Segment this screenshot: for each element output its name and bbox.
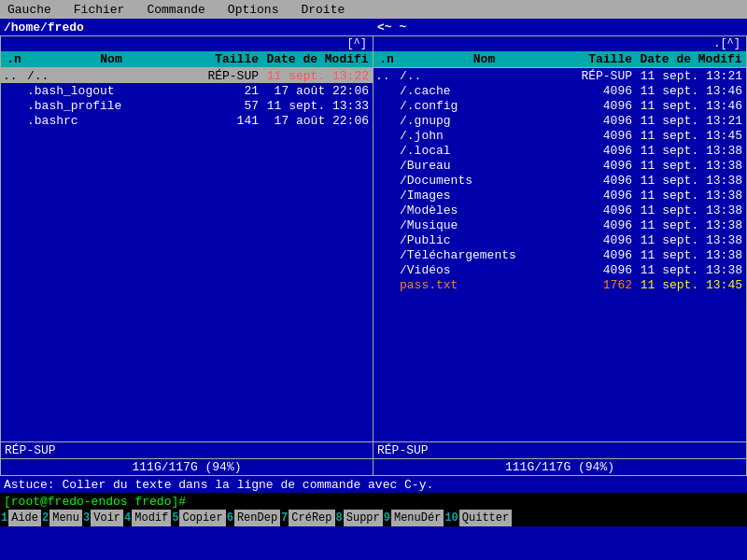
file-date: 11 sept. 13:38 (636, 248, 746, 262)
fkey-10[interactable]: 10 Quitter (444, 510, 512, 526)
right-path: <~ ~ (374, 19, 747, 35)
file-date: 11 sept. 13:22 (262, 69, 373, 83)
file-size: 4096 (569, 263, 636, 277)
right-file-row[interactable]: /Téléchargements 4096 11 sept. 13:38 (374, 247, 746, 262)
menu-commande[interactable]: Commande (143, 3, 208, 17)
right-file-row[interactable]: /Public 4096 11 sept. 13:38 (374, 232, 746, 247)
file-date: 11 sept. 13:45 (636, 129, 746, 143)
right-file-row[interactable]: /.gnupg 4096 11 sept. 13:21 (374, 113, 746, 128)
right-file-row[interactable]: /.local 4096 11 sept. 13:38 (374, 143, 746, 158)
file-size: 4096 (569, 248, 636, 262)
fkey-9[interactable]: 9 MenuDér (383, 510, 444, 526)
file-name: /.local (400, 144, 569, 158)
fkey-7[interactable]: 7 CréRep (280, 510, 334, 526)
file-name: /Téléchargements (400, 248, 569, 262)
right-file-row[interactable]: pass.txt 1762 11 sept. 13:45 (374, 277, 746, 292)
file-date: 11 sept. 13:38 (636, 159, 746, 173)
right-file-row[interactable]: /.cache 4096 11 sept. 13:46 (374, 83, 746, 98)
left-path-text: /home/fredo (4, 21, 84, 35)
right-disk-bar: 111G/117G (94%) (374, 458, 746, 475)
file-size: 57 (195, 99, 262, 113)
fkey-label: MenuDér (391, 510, 444, 526)
file-name: /Bureau (400, 159, 569, 173)
file-name: /Images (400, 189, 569, 203)
file-name: /.. (27, 69, 195, 83)
file-size: 4096 (569, 218, 636, 232)
file-date: 11 sept. 13:38 (636, 218, 746, 232)
fkey-num: 6 (226, 511, 234, 525)
menu-droite[interactable]: Droite (297, 3, 348, 17)
right-file-row[interactable]: /Modèles 4096 11 sept. 13:38 (374, 203, 746, 217)
menu-gauche[interactable]: Gauche (4, 3, 55, 17)
fkey-4[interactable]: 4 Modif (123, 510, 171, 526)
fkey-label: Modif (132, 510, 171, 526)
menu-fichier[interactable]: Fichier (70, 3, 129, 17)
panels: [^] .n Nom Taille Date de Modifi .. /.. … (0, 35, 747, 476)
menu-options[interactable]: Options (224, 3, 283, 17)
fkey-label: CréRep (289, 510, 334, 526)
right-file-row[interactable]: /.config 4096 11 sept. 13:46 (374, 98, 746, 113)
fkey-3[interactable]: 3 Voir (82, 510, 123, 526)
fkey-label: Quitter (459, 510, 512, 526)
right-disk-text: 111G/117G (94%) (505, 460, 614, 474)
fkey-label: Suppr (344, 510, 383, 526)
fkey-label: Copier (179, 510, 225, 526)
file-name: .bash_profile (27, 99, 195, 113)
left-panel-arrows: [^] (1, 36, 373, 51)
fkey-6[interactable]: 6 RenDep (226, 510, 280, 526)
right-file-row[interactable]: /Vidéos 4096 11 sept. 13:38 (374, 262, 746, 277)
info-text: Astuce: Coller du texte dans la ligne de… (4, 478, 433, 492)
left-col-date: Date de Modifi (262, 52, 373, 66)
right-file-row[interactable]: /Images 4096 11 sept. 13:38 (374, 188, 746, 203)
right-status-text: RÉP-SUP (377, 443, 429, 457)
file-name: /.. (400, 69, 569, 83)
file-name: pass.txt (400, 278, 569, 292)
file-date: 11 sept. 13:38 (636, 189, 746, 203)
fkey-2[interactable]: 2 Menu (41, 510, 82, 526)
fkey-num: 1 (0, 511, 8, 525)
cmd-prompt: [root@fredo-endos fredo]# (4, 495, 186, 509)
right-panel: .[^] .n Nom Taille Date de Modifi .. /..… (374, 35, 747, 476)
file-name: .bash_logout (27, 84, 195, 98)
left-path: /home/fredo (0, 19, 374, 35)
fkey-5[interactable]: 5 Copier (171, 510, 225, 526)
right-file-row[interactable]: /Documents 4096 11 sept. 13:38 (374, 173, 746, 188)
right-file-row[interactable]: /Bureau 4096 11 sept. 13:38 (374, 158, 746, 173)
left-panel-header: .n Nom Taille Date de Modifi (1, 51, 373, 68)
file-size: 4096 (569, 233, 636, 247)
file-size: 4096 (569, 84, 636, 98)
left-file-list: .. /.. RÉP-SUP 11 sept. 13:22 .bash_logo… (1, 68, 373, 441)
file-size: 4096 (569, 159, 636, 173)
left-col-n: .n (1, 52, 27, 66)
file-date: 11 sept. 13:38 (636, 203, 746, 217)
fkey-8[interactable]: 8 Suppr (335, 510, 383, 526)
menu-bar: Gauche Fichier Commande Options Droite (0, 0, 747, 19)
right-col-n: .n (374, 52, 400, 66)
file-date: 11 sept. 13:33 (262, 99, 373, 113)
left-file-row[interactable]: .bashrc 141 17 août 22:06 (1, 113, 373, 128)
file-n: .. (374, 69, 400, 83)
file-date: 11 sept. 13:46 (636, 84, 746, 98)
file-date: 11 sept. 13:38 (636, 263, 746, 277)
fkey-num: 7 (280, 511, 289, 525)
left-file-row[interactable]: .. /.. RÉP-SUP 11 sept. 13:22 (1, 68, 373, 83)
fkey-num: 10 (444, 511, 458, 525)
right-file-row[interactable]: /.john 4096 11 sept. 13:45 (374, 128, 746, 143)
left-col-size: Taille (195, 52, 262, 66)
file-name: /Modèles (400, 203, 569, 217)
right-file-row[interactable]: /Musique 4096 11 sept. 13:38 (374, 217, 746, 232)
right-file-row[interactable]: .. /.. RÉP-SUP 11 sept. 13:21 (374, 68, 746, 83)
file-size: 4096 (569, 129, 636, 143)
file-name: /.gnupg (400, 114, 569, 128)
right-panel-arrows: .[^] (374, 36, 746, 51)
left-file-row[interactable]: .bash_logout 21 17 août 22:06 (1, 83, 373, 98)
info-bar: Astuce: Coller du texte dans la ligne de… (0, 476, 747, 493)
cmd-line[interactable]: [root@fredo-endos fredo]# (0, 493, 747, 510)
fkey-1[interactable]: 1 Aide (0, 510, 41, 526)
left-file-row[interactable]: .bash_profile 57 11 sept. 13:33 (1, 98, 373, 113)
fkey-num: 8 (335, 511, 344, 525)
fkey-label: Menu (49, 510, 82, 526)
right-panel-header: .n Nom Taille Date de Modifi (374, 51, 746, 68)
file-name: /.john (400, 129, 569, 143)
path-bar: /home/fredo <~ ~ (0, 19, 747, 35)
